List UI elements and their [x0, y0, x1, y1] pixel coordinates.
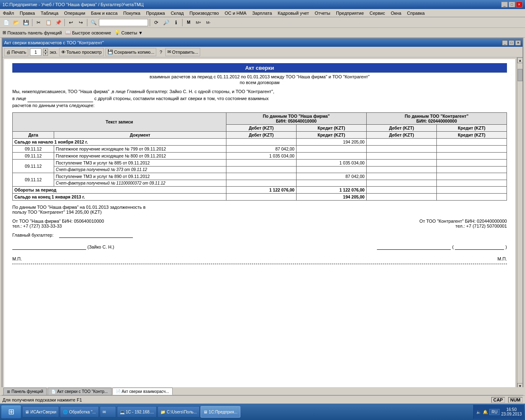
doc-close-button[interactable]: ✕ — [515, 40, 521, 46]
doc-maximize-button[interactable]: □ — [509, 40, 514, 46]
tb-m[interactable]: M — [184, 18, 193, 27]
tips-item[interactable]: 💡 Советы ▼ — [114, 30, 143, 35]
num-indicator: NUM — [508, 397, 523, 403]
save-copy-button[interactable]: 💾 Сохранить копию... — [105, 48, 156, 56]
taskbar-item-0[interactable]: 🖥 ИСАктСверки — [22, 406, 59, 418]
scroll-up-arrow[interactable]: ▲ — [517, 57, 523, 63]
quickbar: ⊞ Показать панель функций 📖 Быстрое осво… — [0, 28, 525, 38]
credit-their-4 — [436, 173, 507, 180]
taskbar-item-2[interactable]: ✉ — [100, 406, 116, 418]
paste-btn[interactable]: 📌 — [54, 18, 63, 27]
quick-learn-item[interactable]: 📖 Быстрое освоение — [65, 30, 111, 35]
menu-warehouse[interactable]: Склад — [169, 10, 185, 16]
taskbar-item-3[interactable]: 💻 1С - 192.168.... — [117, 406, 157, 418]
close-button[interactable]: ✕ — [516, 2, 523, 7]
table-row-subdoc: Счет-фактура полученный № 373 от 09.11.1… — [13, 166, 507, 173]
copies-input[interactable] — [30, 48, 41, 56]
menu-help[interactable]: Справка — [406, 10, 426, 16]
search-input[interactable] — [99, 19, 148, 26]
redo-btn[interactable]: ↪ — [76, 18, 85, 27]
tb-mplus[interactable]: M+ — [194, 18, 203, 27]
chief-accountant-label: Главный бухгалтер: — [12, 233, 53, 237]
copies-up[interactable]: ▲ — [43, 48, 48, 52]
our-firm-label: От ТОО "Наша фирма" БИН: 050640010000 — [12, 219, 104, 224]
tab-act-short[interactable]: 📄 Акт сверки с ТОО "Контр... — [48, 388, 111, 395]
separator5 — [182, 19, 183, 26]
menu-service[interactable]: Сервис — [368, 10, 386, 16]
copies-down[interactable]: ▼ — [43, 52, 48, 56]
printer-icon: 🖨 — [6, 50, 11, 55]
scroll-thumb[interactable] — [518, 69, 523, 81]
print-label: Печать — [11, 50, 26, 55]
menu-sale[interactable]: Продажа — [145, 10, 166, 16]
task-label-1: Обработка "... — [69, 410, 96, 414]
menu-reports[interactable]: Отчеты — [313, 10, 331, 16]
start-button[interactable]: ⊞ — [1, 405, 21, 419]
status-bar: Для получения подсказки нажмите F1 CAP N… — [0, 395, 525, 404]
doc-toolbar: 🖨 Печать ▲ ▼ экз. 👁 Только просмотр 💾 Со… — [2, 47, 523, 57]
menu-file[interactable]: Файл — [2, 10, 15, 16]
cut-btn[interactable]: ✂ — [34, 18, 43, 27]
tab-act-full[interactable]: 📄 Акт сверки взаиморасч... — [112, 388, 173, 395]
tab-panel[interactable]: ⊞ Панель функций — [3, 388, 47, 395]
print-button[interactable]: 🖨 Печать — [4, 48, 28, 56]
their-firm-label: От ТОО "Контрагент" БИН: 020440000000 — [420, 219, 507, 224]
their-signature: ( ) — [377, 244, 507, 250]
copies-spinner[interactable]: ▲ ▼ — [43, 48, 48, 56]
col-header-text: Текст записи — [13, 112, 226, 131]
language-button[interactable]: RU — [489, 409, 499, 415]
menu-windows[interactable]: Окна — [390, 10, 403, 16]
debit-their-3 — [366, 159, 436, 166]
copy-btn[interactable]: 📋 — [44, 18, 53, 27]
table-row-turnover: Обороты за период 1 122 076,00 1 122 076… — [13, 186, 507, 193]
tb-mminus[interactable]: M- — [204, 18, 213, 27]
menu-salary[interactable]: Зарплата — [251, 10, 273, 16]
document-window: Акт сверки взаиморасчетов с ТОО "Контраг… — [2, 38, 523, 395]
help-button[interactable]: ? — [158, 48, 164, 56]
tb-extra1[interactable]: ⟳ — [152, 18, 161, 27]
debit-their-1 — [366, 145, 436, 152]
separator1 — [32, 19, 32, 26]
menu-bank[interactable]: Банк и касса — [90, 10, 119, 16]
subdoc-4: Счет-фактура полученный № 11100000372 от… — [54, 180, 226, 186]
menu-operations[interactable]: Операции — [63, 10, 86, 16]
our-firm-info: От ТОО "Наша фирма" БИН: 050640010000 те… — [12, 219, 104, 228]
open-btn[interactable]: 📂 — [11, 18, 21, 27]
new-btn[interactable]: 📄 — [2, 18, 11, 27]
vertical-scrollbar[interactable]: ▲ ▼ — [517, 57, 523, 389]
menu-purchase[interactable]: Покупка — [122, 10, 142, 16]
copies-unit: экз. — [50, 50, 57, 55]
taskbar-item-5[interactable]: 🖥 1С:Предприя... — [201, 406, 240, 418]
minimize-button[interactable]: _ — [501, 2, 508, 7]
col-credit-their: Кредит (KZT) — [436, 124, 507, 131]
doc-minimize-button[interactable]: _ — [502, 40, 508, 46]
subdoc-3-d — [226, 166, 296, 173]
find-btn[interactable]: 🔍 — [89, 18, 98, 27]
taskbar-item-1[interactable]: 🌐 Обработка "... — [60, 406, 98, 418]
panel-label: Показать панель функций — [7, 30, 62, 35]
view-only-button[interactable]: 👁 Только просмотр — [59, 48, 104, 56]
subdoc-3-c — [296, 166, 366, 173]
maximize-button[interactable]: □ — [509, 2, 515, 7]
menu-edit[interactable]: Правка — [18, 10, 36, 16]
status-right: CAP NUM — [491, 397, 523, 403]
mp-row: М.П. М.П. — [12, 256, 507, 261]
menu-hr[interactable]: Кадровый учет — [276, 10, 310, 16]
menu-os[interactable]: ОС и НМА — [224, 10, 248, 16]
date-3: 09.11.12 — [13, 159, 54, 173]
our-signature-name: (Зайко С. Н.) — [87, 244, 114, 249]
menu-table[interactable]: Таблица — [39, 10, 59, 16]
menu-enterprise[interactable]: Предприятие — [335, 10, 365, 16]
tray-icon2: 🔔 — [483, 410, 488, 414]
tb-extra2[interactable]: 🔎 — [162, 18, 171, 27]
tb-extra3[interactable]: ℹ — [171, 18, 180, 27]
menu-production[interactable]: Производство — [188, 10, 220, 16]
tab-act-full-label: Акт сверки взаиморасч... — [122, 389, 169, 394]
undo-btn[interactable]: ↩ — [66, 18, 75, 27]
taskbar-item-4[interactable]: 📁 C:\Users\Поль... — [158, 406, 200, 418]
save-btn[interactable]: 💾 — [21, 18, 30, 27]
send-button[interactable]: ✉ Отправить... — [165, 48, 200, 56]
conclusion-text: По данным ТОО "Наша фирма" на 01.01.2013… — [12, 205, 507, 215]
doc-1: Платежное поручение исходящее № 799 от 0… — [54, 145, 226, 152]
show-panel-item[interactable]: ⊞ Показать панель функций — [2, 30, 62, 35]
